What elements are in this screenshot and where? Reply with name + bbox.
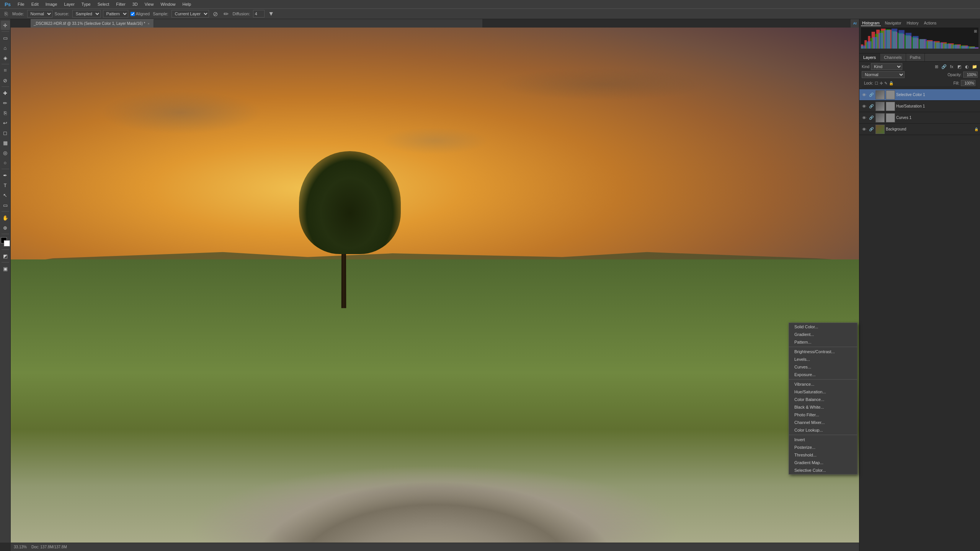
lock-move-btn[interactable]: ✢ [880,81,883,85]
layer-item-0[interactable]: 👁🔗Selective Color 1 [859,89,980,101]
screen-mode-btn[interactable]: ▣ [1,264,10,273]
pattern-dropdown[interactable]: Pattern [103,10,128,18]
tab-histogram[interactable]: Histogram [861,21,881,26]
layer-visibility-0[interactable]: 👁 [861,92,867,98]
menu-item-window[interactable]: Window [157,1,178,7]
fg-bg-colors[interactable] [1,237,10,246]
channel-mixer-item[interactable]: Channel Mixer... [789,419,857,426]
pen-tool[interactable]: ✒ [1,171,10,180]
gradient-tool[interactable]: ▦ [1,138,10,147]
quick-mask-tool[interactable]: ◩ [1,251,10,261]
threshold-item[interactable]: Threshold... [789,451,857,459]
lock-pixels-btn[interactable]: ☐ [875,81,878,85]
doc-tab-close[interactable]: × [147,22,149,26]
lock-all-btn[interactable]: 🔒 [889,81,893,85]
opacity-input[interactable] [963,72,978,78]
layer-item-2[interactable]: 👁🔗Curves 1 [859,112,980,124]
menu-item-image[interactable]: Image [42,1,60,7]
aligned-checkbox[interactable] [131,12,135,16]
black-white-item[interactable]: Black & White... [789,403,857,411]
kind-filter-dropdown[interactable]: Kind [871,63,902,70]
brush-mode-btn[interactable]: ✏ [222,10,230,18]
solid-color-item[interactable]: Solid Color... [789,323,857,331]
menu-item-help[interactable]: Help [180,1,194,7]
tab-history[interactable]: History [905,21,920,26]
tab-layers[interactable]: Layers [859,54,880,61]
source-dropdown[interactable]: Sampled [72,10,101,18]
layer-visibility-2[interactable]: 👁 [861,115,867,121]
zoom-tool[interactable]: ⊕ [1,223,10,232]
current-layer-dropdown[interactable]: Current Layer [172,10,209,18]
tab-navigator[interactable]: Navigator [884,21,903,26]
mode-dropdown[interactable]: Normal [27,10,52,18]
layer-visibility-1[interactable]: 👁 [861,103,867,109]
path-selection-tool[interactable]: ↖ [1,191,10,200]
history-brush-tool[interactable]: ↩ [1,118,10,127]
color-balance-item[interactable]: Color Balance... [789,396,857,403]
brush-tool[interactable]: ✏ [1,98,10,108]
shape-tool[interactable]: ▭ [1,201,10,210]
background-color[interactable] [4,240,10,246]
brightness-contrast-item[interactable]: Brightness/Contrast... [789,348,857,355]
menu-item-layer[interactable]: Layer [61,1,78,7]
link-layers-btn[interactable]: 🔗 [941,64,947,70]
gradient-map-item[interactable]: Gradient Map... [789,459,857,466]
object-select-tool[interactable]: ◈ [1,53,10,62]
marquee-tool[interactable]: ▭ [1,33,10,42]
lock-artboard-btn[interactable]: ✎ [884,81,887,85]
layer-link-1: 🔗 [868,103,874,109]
eyedropper-tool[interactable]: ⊘ [1,76,10,85]
layer-visibility-3[interactable]: 👁 [861,126,867,132]
crop-tool[interactable]: ⌗ [1,66,10,75]
dodge-tool[interactable]: ○ [1,158,10,167]
pattern-item[interactable]: Pattern... [789,338,857,346]
layer-item-1[interactable]: 👁🔗Hue/Saturation 1 [859,101,980,112]
vibrance-item[interactable]: Vibrance... [789,380,857,388]
clone-stamp-tool[interactable]: ⎘ [1,108,10,117]
layer-style-btn[interactable]: fx [949,64,955,70]
hand-tool[interactable]: ✋ [1,213,10,222]
menu-item-file[interactable]: File [15,1,28,7]
healing-tool[interactable]: ✚ [1,88,10,98]
aligned-checkbox-wrap[interactable]: Aligned [131,11,151,16]
tab-paths[interactable]: Paths [906,54,925,61]
new-group-btn[interactable]: ⊞ [933,64,939,70]
tab-actions[interactable]: Actions [923,21,938,26]
adjustment-layer-btn[interactable]: ◐ [964,64,970,70]
move-tool[interactable]: ✛ [1,21,10,30]
menu-item-3d[interactable]: 3D [129,1,141,7]
tab-channels[interactable]: Channels [880,54,906,61]
menu-item-edit[interactable]: Edit [28,1,42,7]
photo-filter-item[interactable]: Photo Filter... [789,411,857,419]
menu-item-type[interactable]: Type [78,1,94,7]
menu-item-filter[interactable]: Filter [113,1,128,7]
curves-item[interactable]: Curves... [789,363,857,371]
eraser-tool[interactable]: ◻ [1,128,10,137]
brush-options-btn[interactable]: ⊘ [211,10,220,18]
invert-item[interactable]: Invert [789,436,857,443]
menu-item-select[interactable]: Select [95,1,113,7]
levels-item[interactable]: Levels... [789,355,857,363]
blur-tool[interactable]: ◎ [1,148,10,157]
posterize-item[interactable]: Posterize... [789,443,857,451]
fill-input[interactable] [961,80,975,86]
hue-saturation-item[interactable]: Hue/Saturation... [789,388,857,396]
menu-item-view[interactable]: View [142,1,157,7]
histogram-expand-btn[interactable]: ⊞ [974,29,977,33]
exposure-item[interactable]: Exposure... [789,371,857,378]
layer-group-btn[interactable]: 📁 [972,64,978,70]
color-lookup-item[interactable]: Color Lookup... [789,426,857,434]
diffusion-toggle[interactable]: ▼ [267,10,275,18]
layer-thumb-0 [875,90,885,99]
text-tool[interactable]: T [1,181,10,190]
layer-item-3[interactable]: 👁🔗Background🔒 [859,124,980,135]
layer-link-0: 🔗 [868,92,874,98]
diffusion-input[interactable] [253,10,265,18]
gradient-item[interactable]: Gradient... [789,331,857,338]
lasso-tool[interactable]: ⌂ [1,43,10,52]
document-tab[interactable]: _DSC8622-HDR.tif @ 33.1% (Selective Colo… [31,19,154,28]
selective-color-item[interactable]: Selective Color... [789,466,857,474]
ai-icon[interactable]: AI [851,19,859,28]
blend-mode-dropdown[interactable]: Normal [862,71,905,78]
layer-mask-btn[interactable]: ◩ [956,64,962,70]
